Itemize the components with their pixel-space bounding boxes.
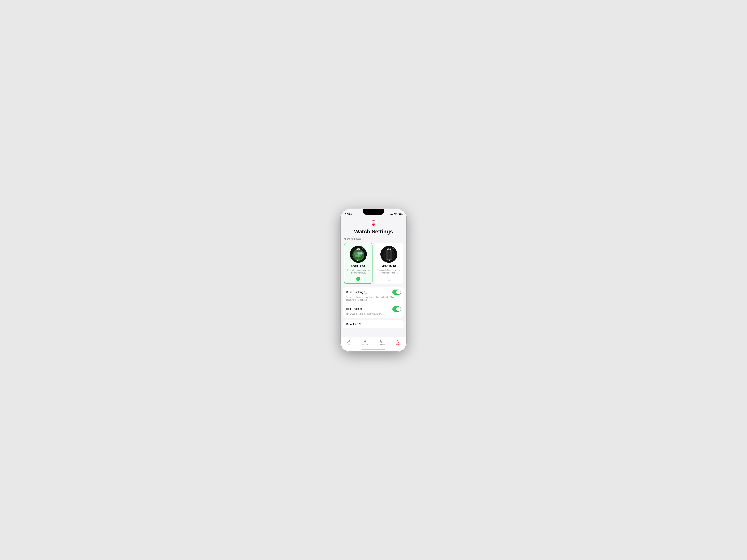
screen: 2:33 bbox=[341, 209, 406, 351]
hole-tracking-label: Hole Tracking bbox=[346, 307, 363, 310]
hole-tracking-label-row: Hole Tracking bbox=[346, 307, 363, 310]
nav-label-watch: Watch bbox=[396, 344, 401, 346]
green-focus-svg: 434 ⌖ DRIVER °8 SCORE bbox=[350, 246, 367, 263]
svg-text:°8: °8 bbox=[392, 248, 394, 250]
svg-text:TAG: TAG bbox=[372, 222, 374, 223]
nav-label-me: Me bbox=[348, 344, 350, 346]
page-title: Watch Settings bbox=[341, 228, 406, 237]
svg-text:434: 434 bbox=[387, 248, 391, 250]
smart-target-title: Smart Target bbox=[382, 264, 396, 267]
main-content: TAG HEUER Watch Settings Disconnected bbox=[341, 217, 406, 337]
drive-tracking-label: Drive Tracking bbox=[346, 291, 363, 294]
nav-label-rounds: Rounds bbox=[362, 344, 368, 346]
rounds-icon bbox=[363, 339, 367, 343]
bluetooth-status-text: Disconnected bbox=[347, 237, 361, 240]
bluetooth-icon bbox=[344, 237, 346, 240]
signal-icon bbox=[390, 213, 393, 215]
me-icon bbox=[347, 339, 351, 343]
drive-tracking-header: Drive Tracking i bbox=[346, 289, 401, 295]
courses-icon bbox=[380, 339, 384, 343]
notch bbox=[363, 209, 384, 215]
home-indicator bbox=[362, 349, 385, 350]
status-icons bbox=[390, 213, 402, 215]
green-focus-title: Green Focus bbox=[351, 264, 366, 267]
smart-target-svg: 434 ⌖ DRIVER °8 SCORE bbox=[380, 246, 397, 263]
svg-point-9 bbox=[355, 255, 358, 257]
drive-tracking-info-icon[interactable]: i bbox=[364, 291, 367, 294]
nav-item-courses[interactable]: Courses bbox=[374, 339, 390, 346]
bluetooth-status: Disconnected bbox=[341, 237, 406, 243]
hole-tracking-row: Hole Tracking The watch displays the hol… bbox=[343, 304, 404, 318]
tag-heuer-logo: TAG HEUER bbox=[370, 219, 377, 226]
watch-cards-row: 434 ⌖ DRIVER °8 SCORE Green Focus The wa… bbox=[341, 243, 406, 287]
hole-tracking-knob bbox=[396, 307, 401, 311]
smart-target-selector[interactable] bbox=[387, 277, 391, 281]
hole-tracking-toggle[interactable] bbox=[392, 306, 401, 312]
svg-point-12 bbox=[358, 253, 361, 255]
green-focus-selector[interactable] bbox=[356, 277, 360, 281]
nav-item-me[interactable]: Me bbox=[341, 339, 357, 346]
partial-section: Default GPS... bbox=[343, 321, 404, 328]
battery-icon bbox=[398, 213, 402, 215]
svg-text:434: 434 bbox=[357, 248, 360, 250]
checkmark-icon bbox=[357, 278, 360, 280]
svg-text:⌖ DRIVER: ⌖ DRIVER bbox=[356, 250, 361, 251]
svg-point-28 bbox=[348, 340, 350, 341]
nav-item-watch[interactable]: Watch bbox=[390, 339, 407, 346]
watch-icon bbox=[396, 339, 400, 343]
nav-item-rounds[interactable]: Rounds bbox=[357, 339, 374, 346]
svg-text:⌖ DRIVER: ⌖ DRIVER bbox=[386, 250, 391, 251]
smart-target-watch-face: 434 ⌖ DRIVER °8 SCORE bbox=[380, 246, 397, 263]
drive-tracking-label-row: Drive Tracking i bbox=[346, 291, 367, 294]
drive-tracking-row: Drive Tracking i Automatically tracks yo… bbox=[343, 287, 404, 304]
nav-label-courses: Courses bbox=[379, 344, 385, 346]
hole-tracking-desc: The watch displays the hole you are on. bbox=[346, 313, 401, 315]
smart-target-card[interactable]: 434 ⌖ DRIVER °8 SCORE Smart Target The w… bbox=[375, 243, 403, 284]
location-arrow-icon bbox=[351, 213, 352, 215]
wifi-icon bbox=[394, 213, 397, 215]
hole-tracking-header: Hole Tracking bbox=[346, 306, 401, 312]
svg-text:HEUER: HEUER bbox=[372, 223, 375, 224]
green-focus-watch-face: 434 ⌖ DRIVER °8 SCORE bbox=[350, 246, 367, 263]
logo-area: TAG HEUER bbox=[341, 217, 406, 228]
time-display: 2:33 bbox=[345, 213, 350, 215]
phone-frame: 2:33 bbox=[341, 209, 406, 351]
green-focus-desc: The watch focuses on the green by defaul… bbox=[346, 269, 370, 275]
status-time: 2:33 bbox=[345, 213, 352, 215]
settings-section: Drive Tracking i Automatically tracks yo… bbox=[343, 287, 404, 318]
drive-tracking-desc: Automatically tracks your first shot on … bbox=[346, 296, 401, 302]
drive-tracking-knob bbox=[396, 290, 401, 295]
green-focus-card[interactable]: 434 ⌖ DRIVER °8 SCORE Green Focus The wa… bbox=[344, 243, 372, 284]
svg-text:°8: °8 bbox=[362, 248, 363, 250]
smart-target-desc: The watch focuses on the recommended sho… bbox=[377, 269, 401, 275]
drive-tracking-toggle[interactable] bbox=[392, 289, 401, 295]
partial-label: Default GPS... bbox=[346, 323, 363, 326]
